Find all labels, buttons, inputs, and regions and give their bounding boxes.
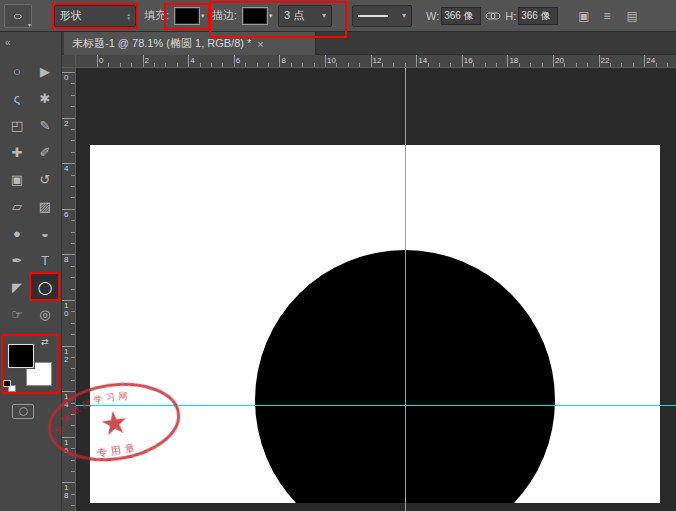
ruler-number: 22 xyxy=(601,56,610,65)
path-arrangement-icon[interactable]: ▤ xyxy=(627,9,638,23)
eraser-tool-icon: ▱ xyxy=(12,199,22,214)
ruler-number: 0 xyxy=(99,56,103,65)
pen-tool-icon: ✒ xyxy=(12,253,23,268)
eraser-tool[interactable]: ▱ xyxy=(3,193,31,220)
crop-tool-icon: ◰ xyxy=(11,118,23,133)
tool-preset-picker[interactable]: ○ ▾ xyxy=(4,4,32,28)
crop-tool[interactable]: ◰ xyxy=(3,112,31,139)
options-bar: ○ ▾ 形状 ▴ ▾ 填充: ▾ 描边: ▾ 3 点 ▾ ▾ W: H: ▣≡▤ xyxy=(0,0,676,32)
ruler-number: 4 xyxy=(64,165,68,173)
gradient-tool[interactable]: ▨ xyxy=(31,193,59,220)
ruler-number: 20 xyxy=(555,56,564,65)
stroke-color-swatch[interactable] xyxy=(242,7,268,25)
width-input[interactable] xyxy=(441,7,481,25)
brush-tool[interactable]: ✐ xyxy=(31,139,59,166)
lasso-tool[interactable]: ς xyxy=(3,85,31,112)
updown-arrows-icon: ▴ ▾ xyxy=(127,12,130,20)
stroke-dropdown-arrow-icon[interactable]: ▾ xyxy=(269,12,276,20)
horizontal-guide[interactable] xyxy=(76,405,676,406)
tool-mode-label: 形状 xyxy=(60,8,82,23)
ruler-tick xyxy=(553,55,554,67)
stroke-width-dropdown[interactable]: 3 点 ▾ xyxy=(278,5,332,27)
ruler-number: 16 xyxy=(464,56,473,65)
hand-tool[interactable]: ☞ xyxy=(3,301,31,328)
link-dimensions-icon[interactable] xyxy=(485,11,501,21)
vertical-ruler[interactable]: 024681 01 21 41 61 8 xyxy=(62,68,76,511)
right-icons: ▣≡▤ xyxy=(568,9,638,23)
ruler-number: 6 xyxy=(236,56,240,65)
ruler-number: 14 xyxy=(418,56,427,65)
healing-brush-tool-icon: ✚ xyxy=(12,145,23,160)
brush-tool-icon: ✐ xyxy=(40,145,51,160)
dodge-tool[interactable]: ◒ xyxy=(31,220,59,247)
ruler-number: 1 2 xyxy=(64,348,68,364)
tool-mode-dropdown[interactable]: 形状 ▴ ▾ xyxy=(54,5,136,27)
clone-stamp-tool[interactable]: ▣ xyxy=(3,166,31,193)
gradient-tool-icon: ▨ xyxy=(39,199,51,214)
history-brush-tool[interactable]: ↺ xyxy=(31,166,59,193)
stroke-style-dropdown[interactable]: ▾ xyxy=(352,5,412,27)
ellipse-tool[interactable]: ◯ xyxy=(31,274,59,301)
type-tool-icon: T xyxy=(41,253,49,268)
ellipse-tool-preset-icon: ○ xyxy=(13,9,23,23)
chevron-down-icon: ▾ xyxy=(322,11,326,20)
ruler-number: 1 0 xyxy=(64,302,68,318)
collapse-panel-icon[interactable]: « xyxy=(0,32,61,48)
zoom-tool[interactable]: ◎ xyxy=(31,301,59,328)
ruler-tick xyxy=(97,55,98,67)
path-selection-tool[interactable]: ◤ xyxy=(3,274,31,301)
fill-color-swatch[interactable] xyxy=(174,7,200,25)
fill-dropdown-arrow-icon[interactable]: ▾ xyxy=(201,12,208,20)
stroke-width-value: 3 点 xyxy=(284,8,304,23)
path-alignment-icon[interactable]: ≡ xyxy=(604,9,611,23)
ruler-tick xyxy=(462,55,463,67)
ruler-number: 12 xyxy=(373,56,382,65)
ruler-number: 2 xyxy=(64,120,68,128)
ruler-tick xyxy=(507,55,508,67)
ruler-number: 24 xyxy=(646,56,655,65)
ruler-number: 1 4 xyxy=(64,393,68,409)
move-tool-icon: ▶ xyxy=(40,64,50,79)
chevron-down-icon: ▾ xyxy=(402,11,406,20)
ruler-number: 0 xyxy=(64,74,68,82)
ellipse-tool-icon: ◯ xyxy=(38,280,53,295)
eyedropper-tool[interactable]: ✎ xyxy=(31,112,59,139)
ruler-number: 4 xyxy=(190,56,194,65)
ruler-tick xyxy=(325,55,326,67)
quick-selection-tool-icon: ✱ xyxy=(40,91,51,106)
move-tool[interactable]: ▶ xyxy=(31,58,59,85)
ruler-number: 2 xyxy=(145,56,149,65)
document-canvas[interactable] xyxy=(90,145,660,503)
ruler-tick xyxy=(644,55,645,67)
tab-close-icon[interactable]: × xyxy=(257,38,263,50)
height-input[interactable] xyxy=(518,7,558,25)
ruler-number: 8 xyxy=(281,56,285,65)
horizontal-ruler[interactable]: 024681012141618202224 xyxy=(76,55,676,68)
pen-tool[interactable]: ✒ xyxy=(3,247,31,274)
vertical-guide[interactable] xyxy=(405,68,406,511)
ruler-number: 1 6 xyxy=(64,439,68,455)
type-tool[interactable]: T xyxy=(31,247,59,274)
dodge-tool-icon: ◒ xyxy=(41,226,49,241)
default-colors-icon[interactable] xyxy=(3,380,19,393)
ruler-tick xyxy=(279,55,280,67)
quick-mask-button[interactable] xyxy=(12,404,34,419)
healing-brush-tool[interactable]: ✚ xyxy=(3,139,31,166)
ruler-number: 18 xyxy=(509,56,518,65)
swap-colors-icon[interactable]: ⇄ xyxy=(41,337,49,347)
blur-tool[interactable]: ● xyxy=(3,220,31,247)
clone-stamp-tool-icon: ▣ xyxy=(11,172,23,187)
path-operations-icon[interactable]: ▣ xyxy=(578,9,589,23)
elliptical-marquee-tool[interactable]: ○ xyxy=(3,58,31,85)
ruler-corner xyxy=(62,55,76,68)
foreground-color-swatch[interactable] xyxy=(8,344,34,368)
eyedropper-tool-icon: ✎ xyxy=(40,118,51,133)
tool-grid: ○▶ς✱◰✎✚✐▣↺▱▨●◒✒T◤◯☞◎ xyxy=(3,58,59,328)
height-label: H: xyxy=(505,10,516,22)
ruler-number: 10 xyxy=(327,56,336,65)
preset-corner-arrow-icon: ▾ xyxy=(28,21,31,28)
ruler-tick xyxy=(234,55,235,67)
document-tab[interactable]: 未标题-1 @ 78.1% (椭圆 1, RGB/8) * × xyxy=(64,32,316,55)
ruler-number: 6 xyxy=(64,211,68,219)
quick-selection-tool[interactable]: ✱ xyxy=(31,85,59,112)
